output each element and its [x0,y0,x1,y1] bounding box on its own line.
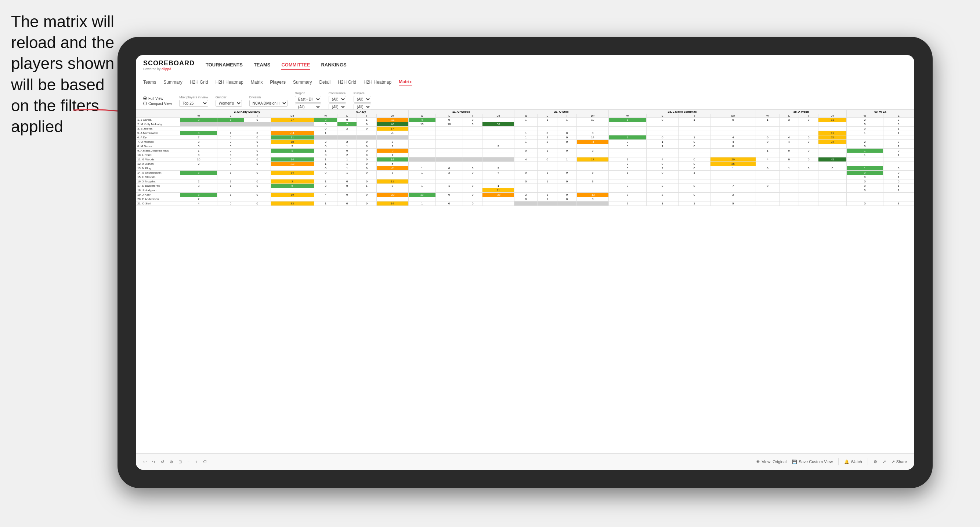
subnav-h2h-grid2[interactable]: H2H Grid [338,79,356,86]
table-row: 7. O Mitchell 30018 2202 120-4 0104 0402… [136,140,914,144]
col-header-webb: 38. A Webb [756,110,847,114]
table-row: 18. J Hodgson 11 01 [136,188,914,193]
compact-view-option[interactable]: Compact View [143,102,172,106]
grid-button[interactable]: ⊞ [178,459,182,464]
subnav-teams[interactable]: Teams [143,79,156,86]
tablet-screen: SCOREBOARD Powered by clippd TOURNAMENTS… [136,55,914,470]
view-icon: 👁 [756,459,760,464]
col-header-dy: 6. A Dy [314,110,408,114]
table-row: 10. L Perini 300 0201 11 [136,153,914,157]
clock-button[interactable]: ⏱ [203,459,207,464]
region-filter: Region East - DII (All) [295,91,321,111]
players-filter: Players (All) (All) [353,91,371,111]
view-options: Full View Compact View [143,97,172,106]
main-content[interactable]: 2. M Kelly Mulcahy 6. A Dy 11. G Woods 2… [136,110,914,453]
full-view-radio[interactable] [143,97,147,100]
toolbar-divider-2 [868,458,868,465]
undo-button[interactable]: ↩ [143,459,146,464]
filters-row: Full View Compact View Max players in vi… [136,89,914,110]
table-row: 14. S Srichantamit 31014 0105 1204 0105 … [136,171,914,175]
watch-icon: 🔔 [844,459,849,464]
conference-filter: Conference (All) (All) [329,91,346,111]
nav-teams[interactable]: TEAMS [254,60,270,70]
col-header-name [136,110,180,114]
col-header-stoll: 21. O Stoll [514,110,608,114]
share-icon: ↗ [891,459,895,464]
col-header-woods: 11. G Woods [408,110,514,114]
save-custom-button[interactable]: 💾 Save Custom View [792,459,833,464]
table-row: 20. E Andersson 2 0108 [136,197,914,202]
subnav-matrix[interactable]: Matrix [251,79,263,86]
gender-select[interactable]: Women's [216,100,242,107]
table-row: 19. J Kanh 31019 400-20 1300-35 210-13 2… [136,193,914,197]
table-row: 21. O Stoll 40033 10014 100 2119 03 [136,202,914,206]
max-players-filter: Max players in view Top 25 [179,95,208,107]
bottom-toolbar: ↩ ↪ ↺ ⊕ ⊞ − + ⏱ 👁 View: Original 💾 Save … [136,453,914,470]
toolbar-divider [838,458,838,465]
region-select[interactable]: East - DII [295,96,321,103]
table-row: 9. A Maria Jimenez Rios 1005 100-7 0102 … [136,149,914,153]
division-select[interactable]: NCAA Division II [249,100,288,107]
nav-items: TOURNAMENTS TEAMS COMMITTEE RANKINGS [205,60,347,70]
refresh-button[interactable]: ↺ [161,459,164,464]
table-row: 8. M Torres 0013 0102 3 0108 01 [136,144,914,149]
players-select[interactable]: (All) [353,96,371,103]
table-row: 15. H Stranda 01 [136,175,914,179]
share-button[interactable]: ↗ Share [891,459,907,464]
table-row: 1. J Garcia 31027 301-11 400 11110 1016 … [136,118,914,122]
nav-tournaments[interactable]: TOURNAMENTS [205,60,243,70]
table-row: 13. N Klug 010-2 1003 0201 0100 10 [136,166,914,171]
subnav-summary[interactable]: Summary [163,79,182,86]
view-original-button[interactable]: 👁 View: Original [756,459,786,464]
subnav-h2h-heatmap2[interactable]: H2H Heatmap [364,79,391,86]
logo-scoreboard: SCOREBOARD [143,59,195,67]
subnav-detail[interactable]: Detail [319,79,331,86]
conference-select[interactable]: (All) [329,96,346,103]
nav-rankings[interactable]: RANKINGS [321,60,346,70]
tablet-device: SCOREBOARD Powered by clippd TOURNAMENTS… [118,37,932,488]
subnav-summary2[interactable]: Summary [293,79,312,86]
table-row: 12. A Bianchi 200-18 1104 20025 [136,162,914,166]
col-header-schumac: 23. L Marie Schumac [608,110,756,114]
compact-view-radio[interactable] [143,102,147,105]
table-row: 5. A Nomrowski 310-11 1-1 1008 11 11 [136,131,914,135]
settings-button[interactable]: ⚙ [873,459,877,464]
sub-nav: Teams Summary H2H Grid H2H Heatmap Matri… [136,75,914,89]
table-row: 6. A Dy 70011 12014 1014 04025 [136,135,914,140]
watch-button[interactable]: 🔔 Watch [844,459,862,464]
expand-button[interactable]: ⤢ [883,459,886,464]
logo-area: SCOREBOARD Powered by clippd [143,59,195,71]
subnav-matrix2[interactable]: Matrix [399,78,412,86]
zoom-button[interactable]: ⊕ [170,459,173,464]
subnav-h2h-heatmap[interactable]: H2H Heatmap [216,79,243,86]
minus-button[interactable]: − [187,459,189,464]
max-players-select[interactable]: Top 25 [179,100,208,107]
col-header-mulcahy: 2. M Kelly Mulcahy [180,110,314,114]
plus-button[interactable]: + [195,459,197,464]
full-view-option[interactable]: Full View [143,97,172,100]
subnav-players[interactable]: Players [270,79,286,86]
table-row: 16. X Mcgaha 2103 10011 0103 00 [136,179,914,184]
save-icon: 💾 [792,459,797,464]
subnav-h2h-grid[interactable]: H2H Grid [190,79,208,86]
division-filter: Division NCAA Division II [249,95,288,107]
redo-button[interactable]: ↪ [152,459,155,464]
logo-powered: Powered by clippd [143,67,195,71]
table-row: 3. S Jelinek 02017 01 [136,127,914,131]
table-row: 2. M Kelly Mulcahy 07040 1010050 06 [136,122,914,127]
top-nav: SCOREBOARD Powered by clippd TOURNAMENTS… [136,55,914,75]
col-header-za: 60. W Za [846,110,914,114]
gender-filter: Gender Women's [216,95,242,107]
table-row: 11. G Woods 100014 11014 40117 24020 400… [136,157,914,162]
matrix-table: 2. M Kelly Mulcahy 6. A Dy 11. G Woods 2… [136,110,914,206]
sub-header-name [136,114,180,118]
table-row: 17. D Ballesteros 3106 2013 1101 0207 0 … [136,184,914,188]
nav-committee[interactable]: COMMITTEE [281,60,310,70]
